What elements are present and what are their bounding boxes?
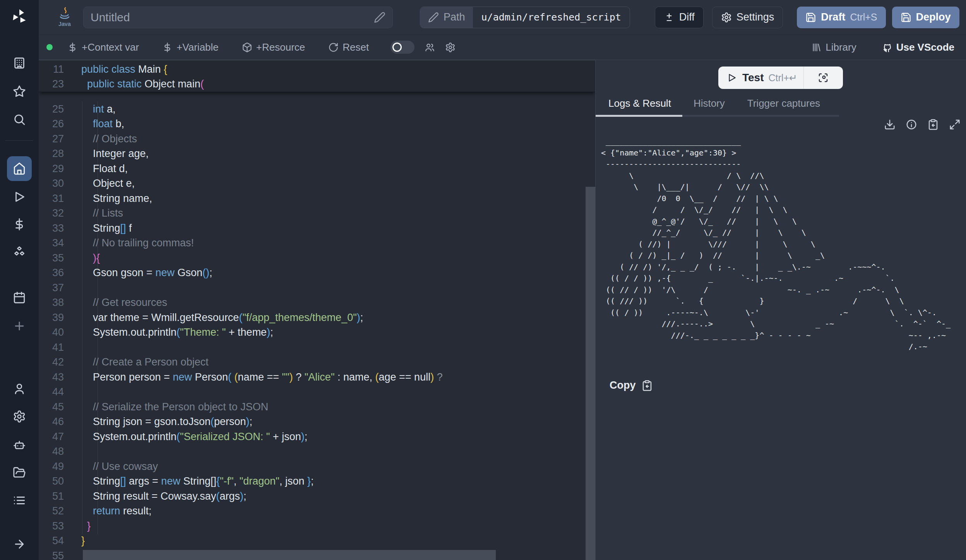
code-line[interactable]: 41	[39, 340, 595, 355]
diff-button[interactable]: Diff	[655, 7, 704, 28]
code-lines: 25 int a,26 float b,27 // Objects28 Inte…	[39, 102, 595, 560]
test-shortcut: Ctrl+↵	[769, 72, 797, 84]
download-icon[interactable]	[884, 119, 896, 130]
code-line[interactable]: 23 public static Object main(	[39, 77, 595, 92]
tab-trigger-captures[interactable]: Trigger captures	[747, 97, 820, 109]
workspace-building-icon[interactable]	[13, 56, 26, 70]
code-line[interactable]: 34 // No trailing commas!	[39, 236, 595, 251]
code-line[interactable]: 35 ){	[39, 251, 595, 266]
code-line[interactable]: 30 Object e,	[39, 176, 595, 191]
tab-history[interactable]: History	[694, 97, 725, 109]
add-variable-button[interactable]: +Variable	[162, 41, 219, 53]
code-text: ){	[81, 252, 100, 264]
path-label: Path	[444, 11, 465, 23]
code-line[interactable]: 45 // Serialize the Person object to JSO…	[39, 400, 595, 415]
capture-record-button[interactable]	[804, 72, 843, 84]
line-number: 47	[39, 431, 81, 443]
sidebar-item-runs-play-icon[interactable]	[13, 190, 26, 203]
code-line[interactable]: 47 System.out.println("Serialized JSON: …	[39, 429, 595, 444]
windmill-logo-icon[interactable]	[10, 8, 28, 26]
search-icon[interactable]	[13, 113, 26, 126]
use-vscode-button[interactable]: Use VScode	[882, 41, 954, 53]
sidebar-item-logs-list-icon[interactable]	[13, 494, 26, 507]
code-line[interactable]: 31 String name,	[39, 191, 595, 206]
collaborators-button[interactable]	[425, 42, 435, 53]
sidebar-item-resources-boxes-icon[interactable]	[13, 246, 26, 259]
test-button[interactable]: Test Ctrl+↵	[718, 67, 843, 89]
sidebar-item-schedules-calendar-icon[interactable]	[13, 291, 26, 304]
line-number: 39	[39, 312, 81, 324]
code-line[interactable]: 27 // Objects	[39, 131, 595, 147]
line-number: 25	[39, 103, 81, 115]
code-line[interactable]: 38 // Get resources	[39, 295, 595, 311]
code-line[interactable]: 28 Integer age,	[39, 147, 595, 162]
code-line[interactable]: 29 Float d,	[39, 161, 595, 176]
horizontal-scrollbar[interactable]	[83, 550, 496, 560]
line-number: 46	[39, 416, 81, 428]
editor-settings-button[interactable]	[445, 42, 456, 53]
code-line[interactable]: 50 String[] args = new String[]{"-f", "d…	[39, 474, 595, 489]
script-title-input[interactable]: Untitled	[83, 7, 393, 28]
code-line[interactable]: 51 String result = Cowsay.say(args);	[39, 489, 595, 504]
sidebar-item-workers-bot-icon[interactable]	[13, 438, 26, 451]
code-line[interactable]: 49 // Use cowsay	[39, 459, 595, 474]
sidebar-item-home[interactable]	[7, 156, 32, 181]
deploy-button[interactable]: Deploy	[892, 7, 959, 28]
code-line[interactable]: 40 System.out.println("Theme: " + theme)…	[39, 325, 595, 340]
add-resource-button[interactable]: +Resource	[242, 41, 305, 53]
library-button[interactable]: Library	[811, 41, 856, 53]
code-line[interactable]: 37	[39, 280, 595, 295]
code-text: // Lists	[81, 207, 123, 219]
cowsay-result-output: _____________________________ < {"name":…	[601, 136, 951, 353]
code-line[interactable]: 44	[39, 385, 595, 400]
favorites-star-icon[interactable]	[13, 85, 26, 98]
sidebar-item-folders-icon[interactable]	[13, 466, 26, 479]
settings-button[interactable]: Settings	[712, 7, 783, 28]
sidebar-item-variables-dollar-icon[interactable]	[13, 218, 26, 231]
code-line[interactable]: 25 int a,	[39, 102, 595, 117]
sidebar-add-plus-icon[interactable]	[13, 319, 26, 333]
sidebar-item-settings-gear-icon[interactable]	[13, 410, 26, 423]
script-title-value: Untitled	[91, 11, 374, 24]
code-editor[interactable]: 25 int a,26 float b,27 // Objects28 Inte…	[39, 60, 595, 560]
code-line[interactable]: 11public class Main {	[39, 62, 595, 77]
code-text: return result;	[81, 505, 152, 517]
code-text: int a,	[81, 103, 116, 115]
path-field[interactable]: Path u/admin/refreshed_script	[420, 7, 630, 28]
code-line[interactable]: 26 float b,	[39, 117, 595, 132]
code-line[interactable]: 42 // Create a Person object	[39, 355, 595, 370]
save-icon	[805, 12, 816, 23]
reset-label: Reset	[343, 41, 369, 53]
code-line[interactable]: 46 String json = gson.toJson(person);	[39, 415, 595, 430]
code-line[interactable]: 54}	[39, 534, 595, 549]
expand-icon[interactable]	[949, 119, 961, 130]
line-number: 38	[39, 297, 81, 309]
path-label-segment[interactable]: Path	[420, 7, 473, 28]
info-icon[interactable]	[906, 119, 917, 130]
code-line[interactable]: 36 Gson gson = new Gson();	[39, 266, 595, 281]
code-text: // Objects	[81, 133, 137, 145]
code-line[interactable]: 33 String[] f	[39, 221, 595, 236]
line-number: 34	[39, 237, 81, 249]
code-line[interactable]: 39 var theme = Wmill.getResource("f/app_…	[39, 310, 595, 325]
code-line[interactable]: 52 return result;	[39, 504, 595, 519]
line-number: 35	[39, 252, 81, 264]
add-context-var-button[interactable]: +Context var	[67, 41, 139, 53]
code-line[interactable]: 53 }	[39, 519, 595, 534]
sidebar-collapse-arrow-right-icon[interactable]	[13, 538, 26, 551]
edit-title-pencil-icon[interactable]	[374, 12, 385, 23]
draft-button[interactable]: Draft Ctrl+S	[797, 7, 886, 28]
reset-button[interactable]: Reset	[328, 41, 369, 53]
code-text: // No trailing commas!	[81, 237, 194, 249]
copy-result-button[interactable]: Copy	[610, 379, 653, 391]
assistant-toggle[interactable]	[391, 41, 414, 54]
tab-logs-result[interactable]: Logs & Result	[608, 97, 671, 109]
code-line[interactable]: 43 Person person = new Person( (name == …	[39, 370, 595, 385]
code-text: System.out.println("Serialized JSON: " +…	[81, 431, 307, 443]
vertical-scrollbar[interactable]	[586, 187, 595, 560]
tab-active-underline	[596, 115, 682, 117]
clipboard-copy-icon[interactable]	[927, 119, 939, 130]
code-line[interactable]: 32 // Lists	[39, 206, 595, 221]
sidebar-item-user-icon[interactable]	[13, 382, 26, 395]
code-line[interactable]: 48	[39, 444, 595, 459]
